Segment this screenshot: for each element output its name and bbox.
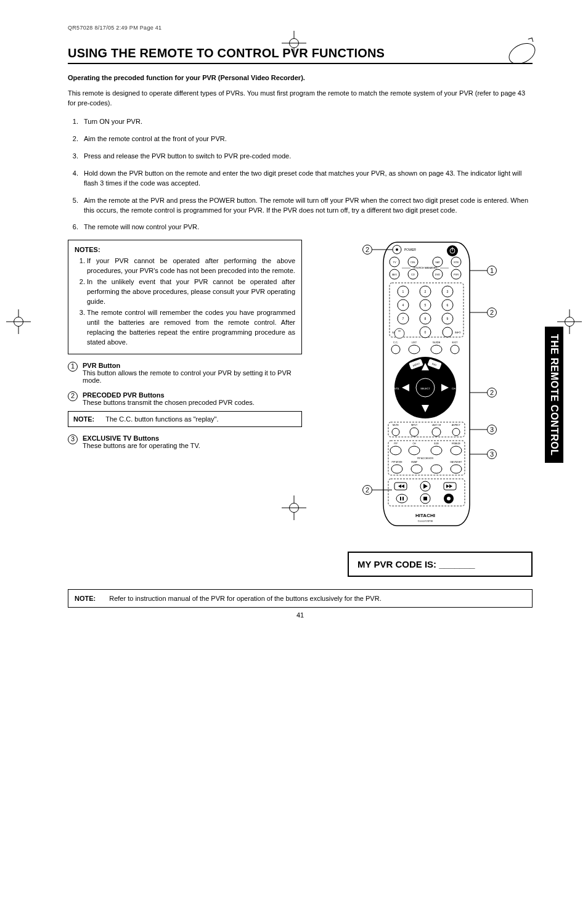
step-item: Hold down the PVR button on the remote a… [80, 169, 533, 189]
pvr-code-box: MY PVR CODE IS: _______ [348, 552, 533, 577]
note-item: If your PVR cannot be operated after per… [87, 256, 295, 276]
svg-point-100 [391, 465, 402, 473]
svg-text:9: 9 [447, 317, 449, 320]
header-print-info: QR57028 8/17/05 2:49 PM Page 41 [68, 25, 533, 31]
callout-3b: 3 [487, 449, 497, 459]
remote-diagram: 2 1 2 2 3 3 2 [359, 240, 494, 542]
svg-rect-114 [400, 497, 401, 500]
svg-point-102 [431, 465, 442, 473]
step-item: Aim the remote at the PVR and press the … [80, 196, 533, 216]
svg-text:3: 3 [447, 290, 449, 293]
svg-text:MUTE: MUTE [393, 424, 399, 426]
svg-text:SWAP: SWAP [411, 461, 418, 463]
crop-mark-bottom [282, 495, 306, 520]
svg-point-63 [431, 345, 442, 354]
svg-point-92 [390, 446, 401, 455]
callout-1: 1 [487, 266, 497, 275]
svg-point-94 [431, 446, 442, 455]
svg-text:STB: STB [454, 261, 459, 264]
steps-list: Turn ON your PVR. Aim the remote control… [68, 117, 533, 233]
svg-text:5: 5 [425, 303, 427, 307]
svg-point-55 [443, 327, 452, 337]
svg-text:C.C.: C.C. [393, 341, 398, 344]
svg-text:SOURCE MANAGER: SOURCE MANAGER [414, 266, 438, 269]
svg-text:PIP: PIP [394, 442, 398, 445]
circle-3-icon: 3 [68, 434, 78, 444]
callout-2c: 2 [487, 388, 497, 397]
svg-point-84 [410, 428, 419, 436]
svg-text:DAY/NIGHT: DAY/NIGHT [451, 461, 463, 463]
svg-point-61 [391, 345, 400, 354]
svg-text:7: 7 [402, 317, 404, 320]
svg-text:HITACHI: HITACHI [415, 513, 435, 518]
section-1-text: This button allows the remote to control… [83, 369, 292, 384]
svg-text:8: 8 [425, 317, 427, 320]
svg-text:GUIDE: GUIDE [433, 341, 441, 344]
callout-2b: 2 [487, 308, 497, 317]
svg-text:SELECT: SELECT [420, 387, 430, 390]
svg-point-86 [452, 428, 460, 436]
svg-point-62 [409, 345, 420, 354]
svg-text:CLU-5723TSI: CLU-5723TSI [418, 520, 433, 523]
svg-point-93 [409, 446, 420, 455]
callout-3a: 3 [487, 425, 497, 434]
page-title: USING THE REMOTE TO CONTROL PVR FUNCTION… [68, 46, 385, 60]
svg-point-83 [392, 428, 399, 436]
svg-text:INFO: INFO [455, 331, 461, 334]
section-3-title: EXCLUSIVE TV Buttons [83, 434, 159, 442]
svg-text:0: 0 [425, 330, 427, 334]
svg-text:FREEZE: FREEZE [452, 442, 460, 445]
svg-text:INPUT: INPUT [411, 424, 418, 426]
svg-text:TV: TV [393, 261, 396, 264]
section-3-text: These buttons are for operating the TV. [83, 442, 200, 449]
svg-point-95 [451, 446, 462, 455]
svg-text:EXIT: EXIT [452, 341, 458, 344]
svg-text:CD: CD [411, 273, 415, 276]
svg-point-9 [396, 248, 398, 251]
note-item: In the unlikely event that your PVR cann… [87, 277, 295, 307]
svg-text:PVR: PVR [454, 273, 459, 276]
svg-rect-117 [423, 497, 427, 500]
svg-text:SIZE: SIZE [434, 442, 439, 445]
svg-text:6: 6 [447, 303, 449, 307]
bottom-note-text: Refer to instruction manual of the PVR f… [109, 595, 381, 602]
bottom-note-box: NOTE: Refer to instruction manual of the… [68, 589, 533, 608]
svg-rect-115 [402, 497, 404, 500]
step-item: Turn ON your PVR. [80, 117, 533, 127]
step-item: The remote will now control your PVR. [80, 222, 533, 232]
svg-text:DVD: DVD [435, 273, 441, 276]
page-number: 41 [68, 611, 533, 619]
small-note-box: NOTE: The C.C. button functions as "repl… [68, 411, 302, 427]
svg-text:2: 2 [425, 290, 427, 293]
step-item: Press and release the PVR button to swit… [80, 152, 533, 161]
side-tab: THE REMOTE CONTROL [545, 327, 563, 463]
section-2-text: These buttons transmit the chosen precod… [83, 399, 255, 406]
remote-oval-icon [505, 39, 539, 68]
crop-mark-top [282, 31, 306, 55]
svg-text:POWER: POWER [404, 248, 416, 251]
intro-heading: Operating the precoded function for your… [68, 74, 533, 81]
svg-text:CBL: CBL [410, 261, 416, 264]
notes-box: NOTES: If your PVR cannot be operated af… [68, 240, 302, 354]
svg-text:PIP MODE: PIP MODE [391, 461, 402, 463]
note-text: The C.C. button functions as "replay". [105, 415, 218, 423]
intro-paragraph: This remote is designed to operate diffe… [68, 89, 533, 108]
section-2-title: PRECODED PVR Buttons [83, 391, 165, 399]
svg-point-113 [396, 494, 407, 503]
notes-title: NOTES: [75, 245, 295, 255]
bottom-note-label: NOTE: [75, 595, 96, 602]
svg-text:ASPECT: ASPECT [452, 424, 461, 426]
circle-2-icon: 2 [68, 391, 78, 401]
crop-mark-left [6, 309, 31, 334]
svg-point-64 [451, 345, 459, 354]
circle-1-icon: 1 [68, 362, 78, 372]
svg-text:SAT: SAT [435, 261, 440, 264]
svg-text:AVX: AVX [392, 273, 397, 276]
svg-text:1: 1 [402, 290, 404, 293]
svg-point-85 [432, 428, 441, 436]
section-1-title: PVR Button [83, 362, 120, 369]
step-item: Aim the remote control at the front of y… [80, 134, 533, 144]
svg-text:4: 4 [402, 303, 404, 307]
svg-text:LAST CH: LAST CH [432, 424, 441, 426]
svg-text:PIP ACCESSOR: PIP ACCESSOR [417, 457, 433, 460]
